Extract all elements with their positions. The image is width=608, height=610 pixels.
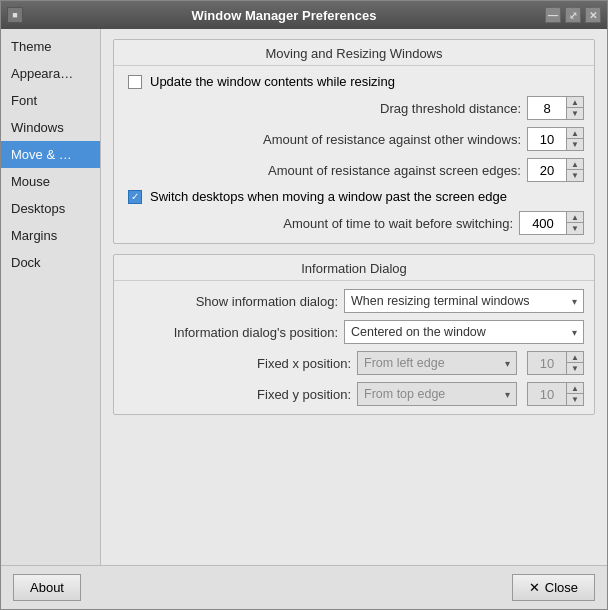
section1-body: Update the window contents while resizin… <box>114 66 594 243</box>
drag-threshold-spinbox[interactable]: ▲ ▼ <box>527 96 584 120</box>
drag-threshold-spinbox-buttons: ▲ ▼ <box>566 97 583 119</box>
update-checkbox[interactable] <box>128 75 142 89</box>
drag-threshold-down[interactable]: ▼ <box>567 108 583 119</box>
fixed-y-arrow-icon: ▾ <box>505 389 510 400</box>
sidebar-item-dock[interactable]: Dock <box>1 249 100 276</box>
titlebar-left-buttons: ■ <box>1 7 23 23</box>
wait-switching-up[interactable]: ▲ <box>567 212 583 223</box>
sidebar-item-desktops[interactable]: Desktops <box>1 195 100 222</box>
close-label: Close <box>545 580 578 595</box>
titlebar-buttons: — ⤢ ✕ <box>545 7 607 23</box>
resistance-windows-label: Amount of resistance against other windo… <box>124 132 521 147</box>
drag-threshold-label: Drag threshold distance: <box>124 101 521 116</box>
window-title: Window Manager Preferences <box>23 8 545 23</box>
show-dialog-row: Show information dialog: When resizing t… <box>124 289 584 313</box>
fixed-y-dropdown[interactable]: From top edge ▾ <box>357 382 517 406</box>
information-dialog-section: Information Dialog Show information dial… <box>113 254 595 415</box>
drag-threshold-row: Drag threshold distance: ▲ ▼ <box>124 96 584 120</box>
dialog-position-label: Information dialog's position: <box>124 325 338 340</box>
show-dialog-arrow-icon: ▾ <box>572 296 577 307</box>
close-window-button[interactable]: ✕ <box>585 7 601 23</box>
titlebar-icon: ■ <box>7 7 23 23</box>
wait-switching-row: Amount of time to wait before switching:… <box>124 211 584 235</box>
resistance-windows-up[interactable]: ▲ <box>567 128 583 139</box>
fixed-y-up[interactable]: ▲ <box>567 383 583 394</box>
section2-body: Show information dialog: When resizing t… <box>114 281 594 414</box>
wait-switching-input[interactable] <box>520 212 566 234</box>
titlebar: ■ Window Manager Preferences — ⤢ ✕ <box>1 1 607 29</box>
fixed-x-label: Fixed x position: <box>124 356 351 371</box>
footer: About ✕ Close <box>1 565 607 609</box>
section1-title: Moving and Resizing Windows <box>114 40 594 66</box>
section2-title: Information Dialog <box>114 255 594 281</box>
about-label: About <box>30 580 64 595</box>
switch-desktops-row: Switch desktops when moving a window pas… <box>124 189 584 204</box>
resistance-edges-up[interactable]: ▲ <box>567 159 583 170</box>
fixed-y-dropdown-value: From top edge <box>364 387 445 401</box>
dialog-position-row: Information dialog's position: Centered … <box>124 320 584 344</box>
fixed-x-spinbox[interactable]: ▲ ▼ <box>527 351 584 375</box>
sidebar-item-move[interactable]: Move & … <box>1 141 100 168</box>
wait-switching-spinbox[interactable]: ▲ ▼ <box>519 211 584 235</box>
update-checkbox-label: Update the window contents while resizin… <box>150 74 395 89</box>
fixed-y-spinbox[interactable]: ▲ ▼ <box>527 382 584 406</box>
moving-resizing-section: Moving and Resizing Windows Update the w… <box>113 39 595 244</box>
sidebar-item-appearance[interactable]: Appeara… <box>1 60 100 87</box>
drag-threshold-input[interactable] <box>528 97 566 119</box>
sidebar-item-mouse[interactable]: Mouse <box>1 168 100 195</box>
resistance-edges-label: Amount of resistance against screen edge… <box>124 163 521 178</box>
drag-threshold-up[interactable]: ▲ <box>567 97 583 108</box>
fixed-y-row: Fixed y position: From top edge ▾ ▲ ▼ <box>124 382 584 406</box>
sidebar-item-theme[interactable]: Theme <box>1 33 100 60</box>
fixed-x-dropdown-value: From left edge <box>364 356 445 370</box>
fixed-y-spinbox-buttons: ▲ ▼ <box>566 383 583 405</box>
close-button[interactable]: ✕ Close <box>512 574 595 601</box>
close-icon: ✕ <box>529 580 540 595</box>
switch-desktops-checkbox[interactable] <box>128 190 142 204</box>
dialog-position-value: Centered on the window <box>351 325 486 339</box>
show-dialog-dropdown[interactable]: When resizing terminal windows ▾ <box>344 289 584 313</box>
content-area: Moving and Resizing Windows Update the w… <box>101 29 607 565</box>
fixed-y-down[interactable]: ▼ <box>567 394 583 405</box>
fixed-x-arrow-icon: ▾ <box>505 358 510 369</box>
resistance-edges-row: Amount of resistance against screen edge… <box>124 158 584 182</box>
fixed-y-input[interactable] <box>528 383 566 405</box>
show-dialog-label: Show information dialog: <box>124 294 338 309</box>
resistance-windows-buttons: ▲ ▼ <box>566 128 583 150</box>
resistance-edges-spinbox[interactable]: ▲ ▼ <box>527 158 584 182</box>
wait-switching-buttons: ▲ ▼ <box>566 212 583 234</box>
minimize-button[interactable]: — <box>545 7 561 23</box>
resistance-windows-down[interactable]: ▼ <box>567 139 583 150</box>
dialog-position-arrow-icon: ▾ <box>572 327 577 338</box>
sidebar: Theme Appeara… Font Windows Move & … Mou… <box>1 29 101 565</box>
maximize-button[interactable]: ⤢ <box>565 7 581 23</box>
about-button[interactable]: About <box>13 574 81 601</box>
main-content: Theme Appeara… Font Windows Move & … Mou… <box>1 29 607 565</box>
fixed-x-dropdown[interactable]: From left edge ▾ <box>357 351 517 375</box>
resistance-edges-buttons: ▲ ▼ <box>566 159 583 181</box>
fixed-y-label: Fixed y position: <box>124 387 351 402</box>
update-checkbox-row: Update the window contents while resizin… <box>124 74 584 89</box>
sidebar-item-margins[interactable]: Margins <box>1 222 100 249</box>
wait-switching-down[interactable]: ▼ <box>567 223 583 234</box>
fixed-x-row: Fixed x position: From left edge ▾ ▲ ▼ <box>124 351 584 375</box>
resistance-windows-spinbox[interactable]: ▲ ▼ <box>527 127 584 151</box>
sidebar-item-windows[interactable]: Windows <box>1 114 100 141</box>
resistance-edges-input[interactable] <box>528 159 566 181</box>
dialog-position-dropdown[interactable]: Centered on the window ▾ <box>344 320 584 344</box>
window: ■ Window Manager Preferences — ⤢ ✕ Theme… <box>0 0 608 610</box>
sidebar-item-font[interactable]: Font <box>1 87 100 114</box>
fixed-x-spinbox-buttons: ▲ ▼ <box>566 352 583 374</box>
wait-switching-label: Amount of time to wait before switching: <box>124 216 513 231</box>
resistance-edges-down[interactable]: ▼ <box>567 170 583 181</box>
switch-desktops-label: Switch desktops when moving a window pas… <box>150 189 507 204</box>
fixed-x-up[interactable]: ▲ <box>567 352 583 363</box>
fixed-x-down[interactable]: ▼ <box>567 363 583 374</box>
resistance-windows-row: Amount of resistance against other windo… <box>124 127 584 151</box>
show-dialog-value: When resizing terminal windows <box>351 294 530 308</box>
fixed-x-input[interactable] <box>528 352 566 374</box>
resistance-windows-input[interactable] <box>528 128 566 150</box>
